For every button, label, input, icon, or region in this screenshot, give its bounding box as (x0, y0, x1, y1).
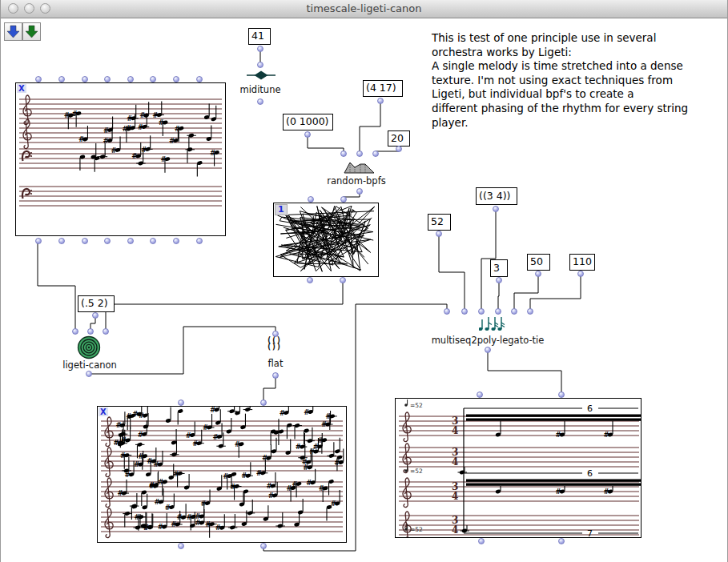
port-dot[interactable] (72, 328, 78, 335)
port-dot[interactable] (478, 308, 485, 315)
port-dot[interactable] (35, 238, 42, 244)
port-dot[interactable] (340, 277, 346, 283)
object-ligeti-canon[interactable] (77, 335, 101, 359)
port-dot[interactable] (558, 538, 565, 544)
port-dot[interactable] (196, 238, 203, 244)
stretched-score-box[interactable]: X#######################################… (97, 406, 347, 543)
port-dot[interactable] (196, 76, 203, 82)
value-box-num-41[interactable]: 41 (248, 28, 271, 45)
port-dot[interactable] (461, 308, 468, 315)
patch-cable[interactable] (360, 101, 380, 154)
close-box-icon[interactable]: X (99, 407, 108, 416)
object-flat[interactable]: (()()) (267, 337, 281, 350)
port-dot[interactable] (272, 331, 279, 337)
port-dot[interactable] (35, 76, 42, 82)
port-dot[interactable] (104, 238, 111, 244)
port-dot[interactable] (372, 151, 379, 157)
port-dot[interactable] (150, 76, 156, 82)
port-dot[interactable] (356, 188, 363, 195)
bpf-count-badge: 1 (275, 204, 288, 215)
port-dot[interactable] (495, 308, 501, 315)
bpf-collection-box[interactable]: 1 (273, 203, 379, 277)
port-dot[interactable] (535, 271, 541, 277)
value-box-list-p5-2[interactable]: (.5 2) (78, 295, 115, 312)
svg-text:#: # (319, 484, 324, 492)
port-dot[interactable] (272, 372, 279, 379)
svg-text:=52: =52 (410, 526, 423, 533)
port-dot[interactable] (356, 151, 363, 157)
port-dot[interactable] (340, 151, 347, 157)
svg-text:#: # (262, 454, 267, 462)
port-dot[interactable] (178, 543, 184, 549)
toolbar-blue-arrow-button[interactable] (4, 22, 22, 41)
patch-cable[interactable] (308, 134, 344, 154)
patch-cable[interactable] (498, 280, 499, 311)
port-dot[interactable] (173, 238, 179, 244)
svg-text:#: # (334, 459, 340, 467)
port-dot[interactable] (257, 46, 263, 52)
value-box-num-110[interactable]: 110 (569, 254, 595, 271)
port-dot[interactable] (260, 399, 267, 406)
port-dot[interactable] (82, 76, 88, 82)
port-dot[interactable] (87, 328, 94, 335)
port-dot[interactable] (493, 206, 499, 212)
port-dot[interactable] (150, 238, 156, 244)
object-miditune[interactable] (246, 70, 276, 80)
patch-cable[interactable] (514, 274, 538, 311)
port-dot[interactable] (104, 76, 111, 82)
port-dot[interactable] (304, 131, 311, 138)
port-dot[interactable] (511, 308, 517, 315)
close-box-icon[interactable]: X (17, 84, 26, 93)
port-dot[interactable] (257, 62, 263, 68)
value-box-num-50[interactable]: 50 (527, 254, 550, 271)
port-dot[interactable] (257, 98, 263, 105)
port-dot[interactable] (436, 231, 442, 237)
port-dot[interactable] (127, 76, 134, 82)
port-dot[interactable] (477, 391, 483, 398)
patch-cable[interactable] (38, 241, 75, 331)
value-box-list-0-1000[interactable]: (0 1000) (283, 114, 333, 130)
port-dot[interactable] (82, 238, 88, 244)
toolbar-green-arrow-button[interactable] (22, 22, 41, 41)
port-dot[interactable] (478, 538, 485, 544)
value-box-list-4-17[interactable]: (4 17) (363, 80, 403, 97)
port-dot[interactable] (308, 196, 314, 203)
port-dot[interactable] (396, 146, 402, 152)
port-dot[interactable] (103, 328, 109, 335)
port-dot[interactable] (92, 312, 99, 319)
patch-cable[interactable] (106, 280, 343, 331)
port-dot[interactable] (444, 308, 450, 315)
port-dot[interactable] (173, 76, 179, 82)
object-multiseq2poly-legato-tie[interactable] (479, 315, 506, 333)
port-dot[interactable] (260, 543, 267, 549)
patch-cable[interactable] (89, 327, 276, 374)
port-dot[interactable] (496, 277, 502, 283)
port-dot[interactable] (307, 277, 313, 283)
poly-score-box[interactable]: 34343434=52=52=52667#### (395, 398, 642, 538)
port-dot[interactable] (58, 238, 65, 244)
port-dot[interactable] (86, 371, 92, 377)
port-dot[interactable] (127, 238, 134, 244)
port-dot[interactable] (558, 391, 565, 398)
comment-box[interactable]: This is test of one principle use in sev… (432, 31, 728, 130)
patch-cable[interactable] (488, 350, 561, 395)
value-box-num-52[interactable]: 52 (428, 214, 451, 231)
value-box-num-3[interactable]: 3 (490, 259, 508, 277)
svg-text:#: # (138, 452, 143, 460)
object-random-bpfs[interactable] (344, 160, 376, 174)
melody-score-box[interactable]: X################### (15, 82, 226, 236)
patch-cable[interactable] (263, 375, 276, 403)
port-dot[interactable] (377, 98, 384, 104)
port-dot[interactable] (485, 347, 491, 353)
port-dot[interactable] (178, 399, 184, 406)
port-dot[interactable] (340, 196, 347, 203)
svg-text:6: 6 (587, 403, 593, 414)
port-dot[interactable] (577, 271, 584, 277)
value-box-num-20[interactable]: 20 (388, 130, 410, 147)
svg-text:#: # (122, 125, 127, 133)
svg-text:#: # (604, 488, 609, 496)
patch-cable[interactable] (439, 234, 465, 311)
port-dot[interactable] (527, 308, 533, 315)
value-box-list-3-4[interactable]: ((3 4)) (476, 187, 517, 205)
port-dot[interactable] (58, 76, 65, 82)
